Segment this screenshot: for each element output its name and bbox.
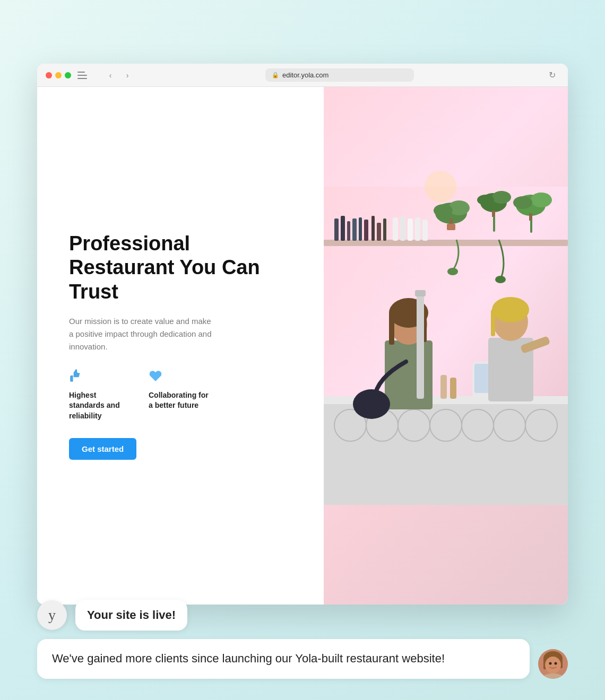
svg-rect-31 <box>530 220 532 233</box>
svg-point-33 <box>495 276 506 283</box>
svg-rect-15 <box>415 217 420 241</box>
back-button[interactable]: ‹ <box>103 68 118 83</box>
forward-button[interactable]: › <box>120 68 135 83</box>
url-text: editor.yola.com <box>282 71 329 79</box>
svg-rect-47 <box>450 378 456 399</box>
get-started-button[interactable]: Get started <box>69 438 136 460</box>
address-bar: 🔒 editor.yola.com <box>141 68 538 82</box>
hero-subtitle: Our mission is to create value and make … <box>69 315 218 353</box>
svg-point-24 <box>477 195 494 205</box>
heart-icon <box>149 369 212 386</box>
svg-rect-8 <box>364 220 368 241</box>
svg-rect-12 <box>393 217 398 241</box>
svg-rect-48 <box>385 340 433 409</box>
chat-row-notification: y Your site is live! <box>37 600 568 631</box>
svg-rect-16 <box>422 220 428 241</box>
thumbs-up-icon <box>69 369 133 386</box>
hero-title: Professional Restaurant You Can Trust <box>69 232 297 304</box>
hero-image-right <box>324 87 568 605</box>
browser-window: ‹ › 🔒 editor.yola.com ↻ Professional Res… <box>37 64 568 605</box>
svg-rect-60 <box>415 290 426 296</box>
restaurant-scene-illustration <box>324 87 568 605</box>
feature-item-standards: Highest standards and reliability <box>69 369 133 422</box>
minimize-button[interactable] <box>55 72 62 78</box>
svg-rect-51 <box>389 313 394 345</box>
browser-nav-controls: ‹ › <box>103 68 135 83</box>
svg-rect-9 <box>371 216 375 241</box>
svg-rect-13 <box>400 216 405 241</box>
svg-point-53 <box>353 389 390 419</box>
user-avatar <box>538 649 568 679</box>
refresh-button[interactable]: ↻ <box>544 68 559 83</box>
svg-point-66 <box>545 657 561 673</box>
features-row: Highest standards and reliability Collab… <box>69 369 297 422</box>
feature-label-collaborating: Collaborating for a better future <box>149 390 212 411</box>
url-input[interactable]: 🔒 editor.yola.com <box>265 68 414 82</box>
svg-rect-21 <box>447 224 455 230</box>
svg-point-23 <box>492 191 511 204</box>
svg-point-56 <box>492 297 529 322</box>
svg-rect-7 <box>359 217 362 241</box>
svg-rect-30 <box>529 213 532 221</box>
lock-icon: 🔒 <box>272 72 279 78</box>
browser-toolbar: ‹ › 🔒 editor.yola.com ↻ <box>37 64 568 87</box>
sidebar-toggle-button[interactable] <box>77 68 92 83</box>
traffic-lights <box>46 72 71 78</box>
svg-point-28 <box>531 192 552 207</box>
yola-avatar: y <box>37 600 67 630</box>
feature-item-collaborating: Collaborating for a better future <box>149 369 212 422</box>
svg-rect-26 <box>493 216 495 232</box>
testimonial-bubble: We've gained more clients since launchin… <box>37 639 530 679</box>
notification-text: Your site is live! <box>87 608 176 622</box>
svg-point-67 <box>549 662 552 665</box>
website-content: Professional Restaurant You Can Trust Ou… <box>37 87 568 605</box>
svg-rect-14 <box>408 218 413 241</box>
svg-rect-4 <box>341 216 345 241</box>
hero-section-left: Professional Restaurant You Can Trust Ou… <box>37 87 324 605</box>
chat-section: y Your site is live! We've gained more c… <box>37 600 568 679</box>
svg-rect-3 <box>334 218 339 241</box>
chat-row-testimonial: We've gained more clients since launchin… <box>37 639 568 679</box>
svg-rect-46 <box>440 375 447 399</box>
notification-bubble: Your site is live! <box>75 600 187 631</box>
maximize-button[interactable] <box>65 72 71 78</box>
svg-point-68 <box>555 662 557 665</box>
svg-rect-25 <box>492 211 495 217</box>
feature-label-standards: Highest standards and reliability <box>69 390 133 422</box>
svg-rect-11 <box>383 218 386 241</box>
svg-point-61 <box>425 171 456 203</box>
svg-point-19 <box>434 204 453 217</box>
svg-rect-10 <box>377 223 381 241</box>
svg-rect-57 <box>491 310 495 336</box>
svg-rect-5 <box>347 221 350 241</box>
svg-rect-6 <box>352 218 357 241</box>
close-button[interactable] <box>46 72 52 78</box>
user-avatar-image <box>538 649 568 679</box>
svg-rect-59 <box>417 293 424 399</box>
svg-point-29 <box>513 196 532 209</box>
svg-point-32 <box>447 268 458 275</box>
testimonial-text: We've gained more clients since launchin… <box>52 652 445 665</box>
